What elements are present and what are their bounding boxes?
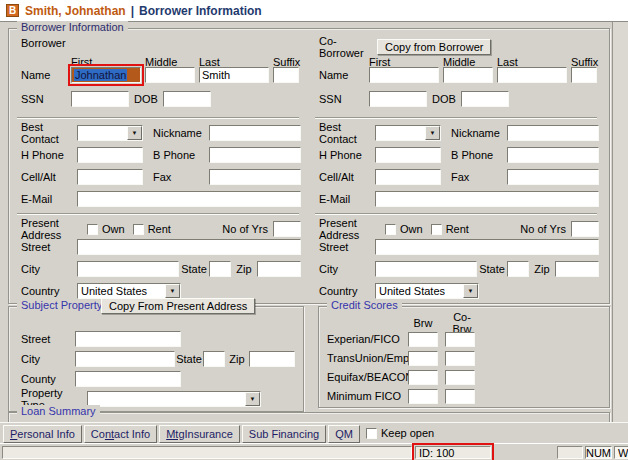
coborrower-last-name-field[interactable] (497, 67, 567, 83)
transunion-brw-field[interactable] (408, 351, 438, 366)
coborrower-b-phone-field[interactable] (507, 147, 599, 163)
last-column-header: Last (199, 56, 273, 68)
copy-from-present-address-button[interactable]: Copy From Present Address (101, 298, 255, 314)
coborrower-middle-name-field[interactable] (443, 67, 493, 83)
chevron-down-icon: ▼ (425, 126, 440, 140)
coborrower-dob-field[interactable] (461, 91, 509, 107)
zip-label: Zip (231, 263, 257, 275)
borrower-cell-alt-field[interactable] (77, 169, 143, 185)
borrower-ssn-field[interactable] (71, 91, 129, 107)
coborrower-first-name-field[interactable] (369, 67, 439, 83)
borrower-last-name-value: Smith (202, 69, 230, 81)
tab-sub-financing[interactable]: Sub Financing (242, 425, 326, 443)
rent-label: Rent (148, 223, 171, 235)
tab-qm[interactable]: QM (328, 425, 360, 443)
street-label: Street (319, 241, 375, 253)
coborrower-own-checkbox[interactable] (385, 224, 396, 235)
tab-contact-info[interactable]: Contact Info (84, 425, 157, 443)
city-label: City (319, 263, 375, 275)
page-title: Borrower Information (139, 4, 262, 18)
tab-personal-info[interactable]: Personal Info (3, 425, 82, 443)
coborrower-zip-field[interactable] (555, 261, 599, 277)
county-label: County (21, 373, 75, 385)
borrower-own-checkbox[interactable] (87, 224, 98, 235)
name-label: Name (319, 69, 369, 81)
borrower-fax-field[interactable] (209, 169, 301, 185)
loan-summary-group-label: Loan Summary (17, 405, 100, 417)
borrower-city-field[interactable] (77, 261, 179, 277)
transunion-cobrw-field[interactable] (445, 351, 475, 366)
coborrower-state-field[interactable] (507, 261, 529, 277)
b-phone-label: B Phone (143, 149, 209, 161)
subject-county-field[interactable] (75, 371, 181, 387)
suffix-column-header: Suffix (273, 56, 300, 68)
borrower-state-field[interactable] (209, 261, 231, 277)
coborrower-street-field[interactable] (375, 239, 599, 255)
borrower-no-of-yrs-field[interactable] (273, 221, 301, 237)
borrower-last-name-field[interactable]: Smith (199, 67, 269, 83)
equifax-brw-field[interactable] (408, 370, 438, 385)
borrower-h-phone-field[interactable] (77, 147, 143, 163)
coborrower-ssn-field[interactable] (369, 91, 427, 107)
credit-scores-group: Credit Scores Brw Co-Brw Experian/FICO T… (318, 306, 610, 408)
subject-state-field[interactable] (203, 351, 225, 367)
best-contact-label: Best Contact (319, 121, 375, 145)
subject-property-type-select[interactable]: ▼ (87, 391, 261, 407)
state-label: State (477, 263, 507, 275)
coborrower-nickname-field[interactable] (507, 125, 599, 141)
borrower-rent-checkbox[interactable] (133, 224, 144, 235)
bottom-tab-strip: Personal Info Contact Info Mtg Insurance… (0, 422, 628, 443)
coborrower-cell-alt-field[interactable] (375, 169, 441, 185)
status-empty-segment (557, 446, 583, 459)
ssn-label: SSN (319, 93, 369, 105)
borrower-zip-field[interactable] (257, 261, 301, 277)
coborrower-no-of-yrs-field[interactable] (571, 221, 599, 237)
first-column-header: First (71, 56, 145, 68)
middle-column-header: Middle (443, 56, 497, 68)
coborrower-email-field[interactable] (375, 191, 599, 207)
subject-city-field[interactable] (75, 351, 175, 367)
borrower-dob-field[interactable] (163, 91, 211, 107)
coborrower-best-contact-select[interactable]: ▼ (375, 125, 441, 141)
borrower-suffix-field[interactable] (273, 67, 299, 83)
status-bar: ID: 100 NUM Wed, 05/ (0, 443, 628, 460)
street-label: Street (21, 241, 77, 253)
cell-alt-label: Cell/Alt (21, 171, 77, 183)
own-label: Own (400, 223, 423, 235)
coborrower-city-field[interactable] (375, 261, 477, 277)
tab-mtg-insurance[interactable]: Mtg Insurance (159, 425, 240, 443)
borrower-b-phone-field[interactable] (209, 147, 301, 163)
experian-brw-field[interactable] (408, 332, 438, 347)
coborrower-fax-field[interactable] (507, 169, 599, 185)
borrower-email-field[interactable] (77, 191, 301, 207)
status-id-segment: ID: 100 (415, 446, 491, 459)
form-right-margin (612, 22, 628, 443)
state-label: State (179, 263, 209, 275)
coborrower-suffix-field[interactable] (571, 67, 597, 83)
coborrower-country-select[interactable]: United States ▼ (375, 283, 479, 299)
coborrower-country-value: United States (376, 285, 445, 297)
experian-fico-label: Experian/FICO (327, 333, 408, 345)
subject-zip-field[interactable] (249, 351, 295, 367)
brw-column-header: Brw (408, 317, 438, 329)
experian-cobrw-field[interactable] (445, 332, 475, 347)
minimum-fico-brw-field[interactable] (408, 389, 438, 404)
borrower-nickname-field[interactable] (209, 125, 301, 141)
no-of-yrs-label: No of Yrs (520, 223, 566, 235)
coborrower-rent-checkbox[interactable] (431, 224, 442, 235)
coborrower-h-phone-field[interactable] (375, 147, 441, 163)
nickname-label: Nickname (143, 127, 209, 139)
equifax-cobrw-field[interactable] (445, 370, 475, 385)
borrower-section-label: Borrower (21, 37, 66, 49)
minimum-fico-cobrw-field[interactable] (445, 389, 475, 404)
borrower-street-field[interactable] (77, 239, 301, 255)
status-message-segment (2, 446, 412, 459)
subject-property-group-label: Subject Property (17, 299, 106, 311)
borrower-first-name-field[interactable]: Johnathan (71, 67, 141, 83)
borrower-middle-name-field[interactable] (145, 67, 195, 83)
borrower-best-contact-select[interactable]: ▼ (77, 125, 143, 141)
keep-open-checkbox[interactable] (366, 428, 377, 439)
copy-from-borrower-button[interactable]: Copy from Borrower (377, 39, 491, 55)
subject-street-field[interactable] (75, 331, 181, 347)
borrower-country-select[interactable]: United States ▼ (77, 283, 181, 299)
